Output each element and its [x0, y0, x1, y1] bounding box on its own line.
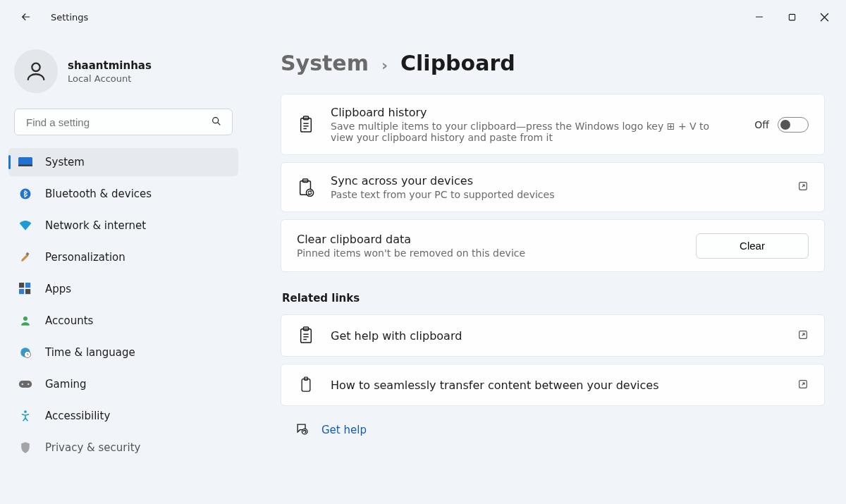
related-link-help-clipboard[interactable]: Get help with clipboard — [281, 314, 825, 357]
page-title: Clipboard — [400, 51, 515, 75]
svg-rect-19 — [301, 118, 312, 131]
minimize-icon — [755, 13, 764, 21]
maximize-button[interactable] — [776, 6, 808, 28]
card-clipboard-history: Clipboard history Save multiple items to… — [281, 94, 825, 155]
close-button[interactable] — [808, 6, 840, 28]
svg-rect-15 — [19, 381, 32, 388]
card-subtitle: Pinned items won't be removed on this de… — [297, 247, 680, 259]
sidebar-item-personalization[interactable]: Personalization — [8, 243, 238, 271]
svg-point-2 — [32, 63, 39, 71]
minimize-button[interactable] — [743, 6, 776, 28]
related-link-label: Get help with clipboard — [331, 329, 782, 343]
shield-icon — [18, 441, 32, 455]
related-link-transfer-content[interactable]: How to seamlessly transfer content betwe… — [281, 364, 825, 406]
app-title: Settings — [51, 12, 88, 23]
main-content: System › Clipboard Clipboard history Sav… — [247, 34, 846, 504]
maximize-icon — [788, 13, 796, 21]
sidebar-item-label: System — [45, 156, 85, 168]
accessibility-icon — [18, 409, 32, 423]
monitor-icon — [18, 155, 32, 169]
sidebar-item-network[interactable]: Network & internet — [8, 211, 238, 240]
svg-point-17 — [27, 383, 30, 386]
svg-rect-9 — [25, 283, 30, 288]
search-icon — [211, 116, 222, 129]
toggle-label: Off — [754, 119, 769, 130]
svg-point-16 — [22, 383, 23, 386]
close-icon — [820, 13, 829, 22]
sidebar-item-label: Bluetooth & devices — [45, 188, 152, 200]
svg-rect-8 — [19, 283, 24, 288]
clipboard-icon — [297, 116, 315, 134]
sidebar-item-accessibility[interactable]: Accessibility — [8, 402, 238, 430]
card-title: Clipboard history — [331, 106, 739, 119]
sidebar-item-label: Network & internet — [45, 219, 146, 232]
card-title: Clear clipboard data — [297, 233, 680, 246]
svg-rect-11 — [25, 289, 30, 294]
svg-rect-10 — [19, 289, 24, 294]
apps-icon — [18, 282, 32, 296]
svg-rect-28 — [301, 329, 312, 343]
card-sync-devices[interactable]: Sync across your devices Paste text from… — [281, 162, 825, 212]
sidebar-nav: System Bluetooth & devices Network & int… — [8, 148, 238, 462]
sidebar-item-time[interactable]: Time & language — [8, 338, 238, 367]
wifi-icon — [18, 219, 32, 233]
account-icon — [18, 314, 32, 328]
profile-block[interactable]: shaantminhas Local Account — [0, 42, 247, 100]
sidebar-item-bluetooth[interactable]: Bluetooth & devices — [8, 180, 238, 208]
back-button[interactable] — [14, 5, 38, 29]
bluetooth-icon — [18, 187, 32, 201]
clear-button[interactable]: Clear — [696, 233, 809, 259]
svg-point-37 — [302, 429, 307, 434]
open-external-icon — [797, 379, 809, 392]
card-clear-clipboard: Clear clipboard data Pinned items won't … — [281, 219, 825, 272]
clipboard-icon — [297, 326, 315, 345]
breadcrumb-root[interactable]: System — [281, 51, 369, 75]
get-help-label: Get help — [321, 424, 367, 436]
sidebar-item-apps[interactable]: Apps — [8, 275, 238, 303]
get-help-link[interactable]: Get help — [295, 422, 825, 438]
svg-point-12 — [23, 316, 27, 321]
user-name: shaantminhas — [68, 59, 152, 72]
person-icon — [24, 59, 48, 83]
svg-rect-34 — [302, 379, 310, 392]
sidebar-item-accounts[interactable]: Accounts — [8, 307, 238, 335]
open-external-icon — [797, 329, 809, 343]
sidebar-item-gaming[interactable]: Gaming — [8, 370, 238, 398]
clipboard-outline-icon — [297, 376, 315, 394]
sidebar-item-system[interactable]: System — [8, 148, 238, 176]
avatar — [14, 49, 58, 93]
sidebar-item-label: Accessibility — [45, 410, 110, 422]
breadcrumb: System › Clipboard — [281, 51, 825, 75]
related-links-heading: Related links — [282, 292, 825, 305]
search-input[interactable] — [25, 116, 211, 129]
sidebar-item-label: Accounts — [45, 314, 93, 327]
clipboard-history-toggle[interactable] — [778, 117, 809, 133]
window-captions — [743, 6, 840, 28]
chevron-right-icon: › — [381, 56, 388, 74]
gamepad-icon — [18, 377, 32, 391]
brush-icon — [18, 250, 32, 264]
svg-point-3 — [213, 117, 219, 123]
sidebar-item-label: Time & language — [45, 346, 135, 359]
globe-clock-icon — [18, 345, 32, 359]
titlebar: Settings — [0, 0, 846, 34]
search-box[interactable] — [14, 109, 233, 135]
clipboard-sync-icon — [297, 178, 315, 197]
sidebar-item-label: Personalization — [45, 251, 125, 264]
sidebar-item-label: Gaming — [45, 378, 87, 391]
sidebar-item-label: Apps — [45, 283, 71, 295]
open-external-icon — [797, 180, 809, 194]
card-subtitle: Paste text from your PC to supported dev… — [331, 189, 725, 200]
card-title: Sync across your devices — [331, 174, 782, 188]
related-link-label: How to seamlessly transfer content betwe… — [331, 379, 782, 392]
sidebar-item-label: Privacy & security — [45, 441, 140, 454]
sidebar: shaantminhas Local Account System — [0, 34, 247, 504]
arrow-left-icon — [20, 11, 32, 23]
svg-rect-5 — [18, 165, 32, 167]
svg-rect-1 — [789, 14, 795, 20]
sidebar-item-privacy[interactable]: Privacy & security — [8, 434, 238, 462]
card-subtitle: Save multiple items to your clipboard—pr… — [331, 121, 725, 143]
svg-point-18 — [24, 410, 27, 413]
user-subtitle: Local Account — [68, 73, 152, 84]
svg-point-26 — [306, 189, 313, 196]
